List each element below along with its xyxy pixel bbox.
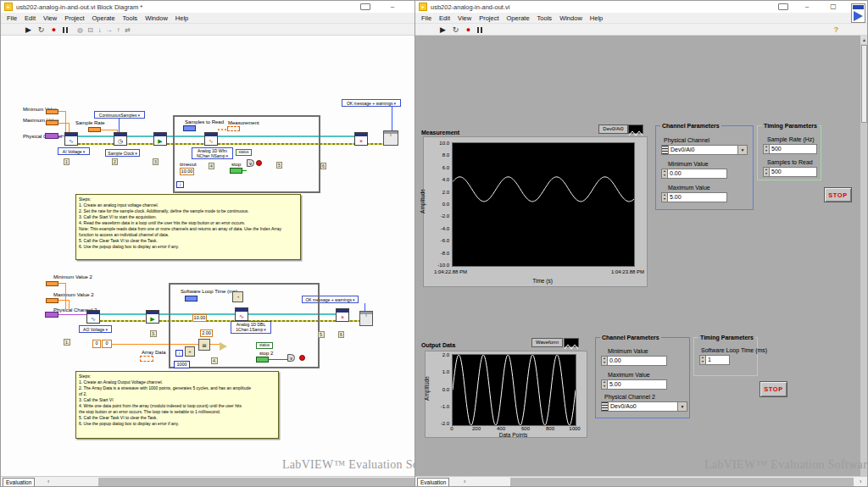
maximum-value-input[interactable]: ▲▼ 5.00 xyxy=(661,192,727,202)
plot-area[interactable] xyxy=(452,142,635,267)
error-dialog-type-constant[interactable]: OK message + warnings xyxy=(342,99,401,107)
index-array-icon[interactable]: ⊞ xyxy=(198,339,210,351)
run-continuous-icon[interactable]: ↻ xyxy=(450,25,461,35)
combo-value[interactable]: Dev0/Ao0 xyxy=(609,401,678,412)
daqmx-create-channel-icon[interactable]: ∿ xyxy=(64,132,78,146)
maximize-button[interactable]: ▢ xyxy=(825,1,842,12)
menu-item-edit[interactable]: Edit xyxy=(439,14,450,22)
menu-item-view[interactable]: View xyxy=(43,14,57,22)
daqmx-create-ao-channel-icon[interactable]: ∿ xyxy=(86,310,100,324)
daqmx-timing-icon[interactable]: ◷ xyxy=(114,132,127,146)
physical-channel-2-terminal[interactable] xyxy=(45,312,58,318)
numeric-value[interactable]: 5.00 xyxy=(668,192,727,202)
menu-item-operate[interactable]: Operate xyxy=(92,14,115,22)
sample-clock-selector[interactable]: Sample Clock xyxy=(105,149,140,157)
menu-item-tools[interactable]: Tools xyxy=(537,14,553,22)
array-index-box[interactable]: 0 xyxy=(92,340,101,348)
iteration-terminal[interactable]: i xyxy=(176,181,184,188)
physical-channel-terminal[interactable] xyxy=(45,133,58,139)
ai-voltage-selector[interactable]: AI Voltage xyxy=(58,147,90,155)
loop-condition-terminal-2[interactable] xyxy=(299,355,305,361)
chevron-down-icon[interactable]: ▼ xyxy=(678,401,687,412)
stop-button[interactable]: STOP xyxy=(824,187,852,202)
scrollbar-thumb[interactable] xyxy=(861,45,867,123)
titlebar[interactable]: ▸ usb202-analog-in-and-out.vi – ▢ × xyxy=(415,1,867,13)
array-data-terminal[interactable] xyxy=(140,356,153,362)
front-panel-canvas[interactable]: Measurement Dev0/Ai0 Amplitude 10.08.06.… xyxy=(415,36,867,476)
amplitude-constant[interactable]: 2.00 xyxy=(200,329,213,337)
pause-button-icon[interactable] xyxy=(474,25,485,35)
spinner-arrows-icon[interactable]: ▲▼ xyxy=(601,356,608,366)
or-gate[interactable]: ∨ xyxy=(247,159,254,167)
daqmx-read-icon[interactable]: ∿ xyxy=(204,132,218,146)
scroll-right-icon[interactable]: › xyxy=(860,478,861,486)
run-button-icon[interactable]: ▶ xyxy=(437,25,448,35)
array-element-box[interactable]: 0 xyxy=(102,340,112,348)
chevron-down-icon[interactable]: ▼ xyxy=(738,145,748,155)
pause-button-icon[interactable] xyxy=(59,25,70,35)
menu-item-project[interactable]: Project xyxy=(64,14,84,22)
status-indicator-2[interactable]: status xyxy=(256,342,273,349)
spinner-arrows-icon[interactable]: ▲▼ xyxy=(763,144,770,154)
physical-channel-combo[interactable]: Dev0/Ai0 ▼ xyxy=(661,145,748,155)
wait-ms-icon[interactable]: ◔ xyxy=(232,291,243,302)
menu-item-help[interactable]: Help xyxy=(175,14,188,22)
sample-mode-constant[interactable]: ContinuousSamples xyxy=(94,111,145,119)
menu-item-file[interactable]: File xyxy=(7,14,17,22)
horizontal-scrollbar[interactable] xyxy=(98,478,415,486)
evaluation-tab[interactable]: Evaluation xyxy=(417,478,449,487)
multiply-node[interactable] xyxy=(220,342,227,351)
software-loop-time-input[interactable]: ▲▼ 1 xyxy=(699,355,730,365)
spinner-arrows-icon[interactable]: ▲▼ xyxy=(699,355,706,365)
spinner-arrows-icon[interactable]: ▲▼ xyxy=(661,169,668,179)
titlebar[interactable]: ▸ usb202-analog-in-and-out.vi Block Diag… xyxy=(1,1,415,13)
horizontal-scrollbar[interactable] xyxy=(510,478,854,486)
minimize-button[interactable]: – xyxy=(798,1,815,12)
menu-item-operate[interactable]: Operate xyxy=(507,14,530,22)
waveform-legend-icon[interactable] xyxy=(564,338,579,347)
plot-area[interactable] xyxy=(452,354,576,426)
loop-time-constant[interactable]: 10.00 xyxy=(192,314,207,322)
vertical-scrollbar[interactable]: ▲ xyxy=(860,36,868,476)
combo-value[interactable]: Dev0/Ai0 xyxy=(669,145,738,155)
menu-item-window[interactable]: Window xyxy=(559,14,582,22)
numeric-value[interactable]: 1 xyxy=(706,355,730,365)
menu-item-tools[interactable]: Tools xyxy=(123,14,138,22)
simple-error-handler-icon[interactable]: ! xyxy=(383,130,398,146)
daqmx-start-task-icon[interactable]: ▶ xyxy=(153,132,167,146)
minimum-value-2-terminal[interactable] xyxy=(46,281,58,286)
daqmx-write-icon[interactable]: ∿ xyxy=(235,307,248,321)
daqmx-start-task-2-icon[interactable]: ▶ xyxy=(146,310,159,324)
menu-item-edit[interactable]: Edit xyxy=(25,14,36,22)
maximum-value-2-input[interactable]: ▲▼ 5.00 xyxy=(601,379,667,390)
menu-item-file[interactable]: File xyxy=(421,14,431,22)
sample-rate-terminal[interactable] xyxy=(88,127,101,132)
scroll-up-icon[interactable]: ▲ xyxy=(860,36,868,44)
menu-item-window[interactable]: Window xyxy=(145,14,168,22)
status-indicator[interactable]: status xyxy=(236,149,252,156)
ao-voltage-selector[interactable]: AO Voltage xyxy=(79,325,112,333)
samples-to-read-input[interactable]: ▲▼ 500 xyxy=(763,167,817,177)
minimize-button[interactable]: – xyxy=(384,1,401,12)
plot-legend[interactable]: Waveform xyxy=(531,338,563,347)
or-gate-2[interactable]: ∨ xyxy=(287,354,295,362)
numeric-value[interactable]: 0.00 xyxy=(668,169,727,179)
timeout-constant[interactable]: 10.00 xyxy=(180,168,194,175)
scroll-left-icon[interactable]: ‹ xyxy=(47,478,49,486)
numeric-value[interactable]: 500 xyxy=(770,144,817,154)
block-diagram-canvas[interactable]: Minimum Value Maximum Value Sample Rate … xyxy=(1,36,415,476)
spinner-arrows-icon[interactable]: ▲▼ xyxy=(601,379,608,390)
numeric-value[interactable]: 500 xyxy=(770,167,817,177)
abort-button-icon[interactable]: ● xyxy=(463,25,474,35)
minimum-value-terminal[interactable] xyxy=(46,109,58,114)
daqmx-clear-task-icon[interactable]: × xyxy=(354,132,368,146)
minimum-value-input[interactable]: ▲▼ 0.00 xyxy=(661,169,727,179)
plot-legend[interactable]: Dev0/Ai0 xyxy=(598,125,628,134)
run-button-icon[interactable]: ▶ xyxy=(23,25,34,35)
scroll-left-icon[interactable]: ‹ xyxy=(464,478,465,486)
numeric-value[interactable]: 0.00 xyxy=(608,356,667,366)
spinner-arrows-icon[interactable]: ▲▼ xyxy=(763,167,770,177)
maximum-value-2-terminal[interactable] xyxy=(46,298,58,303)
maximum-value-terminal[interactable] xyxy=(46,120,58,125)
spinner-arrows-icon[interactable]: ▲▼ xyxy=(661,192,668,202)
